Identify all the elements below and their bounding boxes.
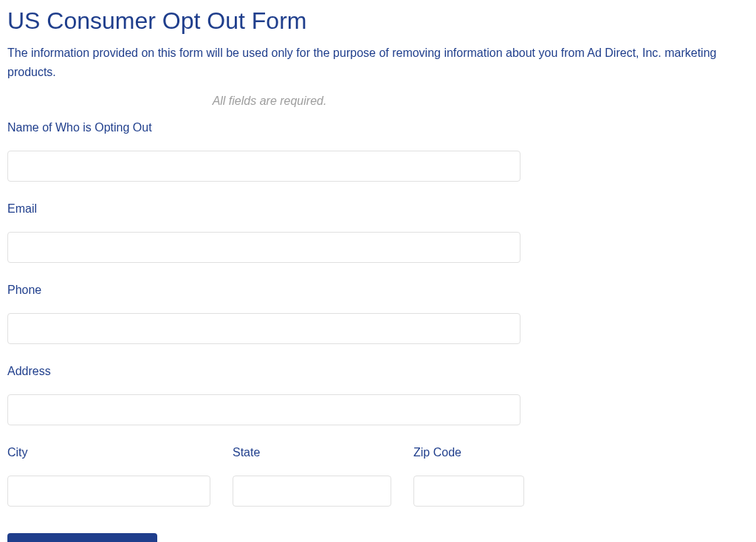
zip-label: Zip Code: [413, 446, 524, 459]
required-fields-note: All fields are required.: [7, 95, 532, 108]
page-description: The information provided on this form wi…: [7, 44, 746, 81]
phone-input[interactable]: [7, 313, 520, 344]
zip-input[interactable]: [413, 476, 524, 507]
address-label: Address: [7, 365, 749, 378]
city-label: City: [7, 446, 210, 459]
address-input[interactable]: [7, 394, 520, 425]
form-group-zip: Zip Code: [413, 446, 524, 507]
form-group-city: City: [7, 446, 210, 507]
name-label: Name of Who is Opting Out: [7, 121, 749, 134]
form-group-email: Email: [7, 202, 749, 263]
form-group-address: Address: [7, 365, 749, 425]
page-title: US Consumer Opt Out Form: [7, 7, 749, 35]
state-label: State: [233, 446, 391, 459]
name-input[interactable]: [7, 151, 520, 182]
form-group-name: Name of Who is Opting Out: [7, 121, 749, 182]
state-input[interactable]: [233, 476, 391, 507]
location-row: City State Zip Code: [7, 446, 528, 507]
form-group-state: State: [233, 446, 391, 507]
city-input[interactable]: [7, 476, 210, 507]
email-input[interactable]: [7, 232, 520, 263]
form-group-phone: Phone: [7, 284, 749, 344]
email-label: Email: [7, 202, 749, 216]
phone-label: Phone: [7, 284, 749, 297]
submit-opt-out-button[interactable]: SUBMIT OPT-OUT: [7, 533, 157, 542]
